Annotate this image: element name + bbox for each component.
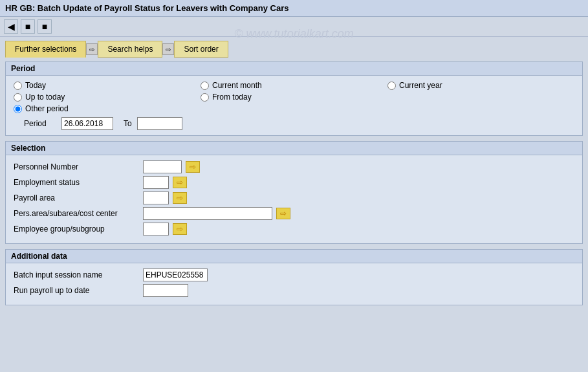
sel-arrow-payroll[interactable]: ⇨ (173, 192, 187, 204)
additional-data-body: Batch input session name Run payroll up … (6, 263, 582, 305)
sel-arrow-pers-area[interactable]: ⇨ (276, 208, 290, 219)
radio-today-label: Today (25, 81, 46, 90)
radio-from-today-input[interactable] (201, 93, 209, 102)
radio-today-input[interactable] (14, 82, 22, 90)
add-input-batch[interactable] (143, 268, 208, 281)
radio-from-today-label: From today (212, 93, 252, 102)
toolbar: ◀ ■ ■ © www.tutorialkart.com (0, 17, 588, 37)
back-icon[interactable]: ◀ (4, 19, 18, 34)
tab-search-helps[interactable]: Search helps (98, 41, 162, 58)
period-from-input[interactable] (61, 117, 113, 130)
sel-row-personnel: Personnel Number ⇨ (14, 160, 574, 173)
selection-section: Selection Personnel Number ⇨ Employment … (5, 141, 583, 244)
radio-up-to-today-label: Up to today (25, 93, 65, 102)
period-section: Period Today Current month Current year (5, 61, 583, 136)
add-label-batch: Batch input session name (14, 270, 143, 279)
period-from-label: Period (24, 119, 56, 128)
content-area: Further selections ⇨ Search helps ⇨ Sort… (0, 37, 588, 314)
add-row-payroll-date: Run payroll up to date (14, 284, 574, 297)
sel-arrow-employee-group[interactable]: ⇨ (173, 223, 187, 235)
add-label-payroll-date: Run payroll up to date (14, 286, 143, 295)
radio-today: Today (14, 81, 201, 90)
tab-sort-order[interactable]: Sort order (174, 41, 228, 58)
radio-up-to-today: Up to today (14, 93, 201, 102)
sel-row-payroll: Payroll area ⇨ (14, 191, 574, 204)
radio-other-period-label: Other period (25, 104, 69, 113)
tabs-bar: Further selections ⇨ Search helps ⇨ Sort… (5, 41, 583, 58)
sel-label-employee-group: Employee group/subgroup (14, 224, 143, 234)
selection-section-header: Selection (6, 142, 582, 155)
radio-from-today: From today (201, 93, 387, 102)
radio-other-period: Other period (14, 104, 201, 113)
sel-label-employment: Employment status (14, 178, 143, 187)
sel-input-employee-group[interactable] (143, 223, 169, 235)
sel-row-pers-area: Pers.area/subarea/cost center ⇨ (14, 207, 574, 220)
find-icon[interactable]: ■ (38, 19, 52, 34)
radio-current-year: Current year (387, 81, 574, 90)
period-section-body: Today Current month Current year Up to t… (6, 76, 582, 135)
radio-other-period-input[interactable] (14, 105, 22, 113)
sel-label-pers-area: Pers.area/subarea/cost center (14, 209, 143, 218)
radio-current-year-input[interactable] (387, 82, 396, 90)
radio-current-month-input[interactable] (201, 82, 209, 90)
sel-arrow-personnel[interactable]: ⇨ (186, 161, 200, 173)
sel-arrow-employment[interactable]: ⇨ (173, 177, 187, 188)
title-bar: HR GB: Batch Update of Payroll Status fo… (0, 0, 588, 17)
tab-arrow-1[interactable]: ⇨ (86, 43, 98, 55)
radio-current-month-label: Current month (212, 81, 262, 90)
radio-current-year-label: Current year (399, 81, 442, 90)
sel-input-personnel[interactable] (143, 160, 182, 173)
period-section-header: Period (6, 62, 582, 76)
period-to-input[interactable] (137, 117, 182, 130)
sel-row-employment: Employment status ⇨ (14, 176, 574, 189)
additional-data-section: Additional data Batch input session name… (5, 249, 583, 305)
sel-input-pers-area[interactable] (143, 207, 272, 220)
sel-row-employee-group: Employee group/subgroup ⇨ (14, 223, 574, 235)
selection-section-body: Personnel Number ⇨ Employment status ⇨ P… (6, 155, 582, 243)
save-icon[interactable]: ■ (21, 19, 35, 34)
tab-further-selections[interactable]: Further selections (5, 41, 86, 58)
tab-arrow-2[interactable]: ⇨ (162, 43, 174, 55)
additional-data-header: Additional data (6, 250, 582, 263)
page-title: HR GB: Batch Update of Payroll Status fo… (5, 3, 289, 13)
radio-up-to-today-input[interactable] (14, 93, 22, 102)
sel-input-payroll[interactable] (143, 191, 169, 204)
sel-input-employment[interactable] (143, 176, 169, 189)
sel-label-payroll: Payroll area (14, 193, 143, 202)
add-input-payroll-date[interactable] (143, 284, 188, 297)
period-to-label: To (124, 119, 132, 128)
sel-label-personnel: Personnel Number (14, 162, 143, 171)
radio-current-month: Current month (201, 81, 387, 90)
period-input-row: Period To (14, 117, 574, 130)
add-row-batch: Batch input session name (14, 268, 574, 281)
period-options-grid: Today Current month Current year Up to t… (14, 81, 574, 113)
